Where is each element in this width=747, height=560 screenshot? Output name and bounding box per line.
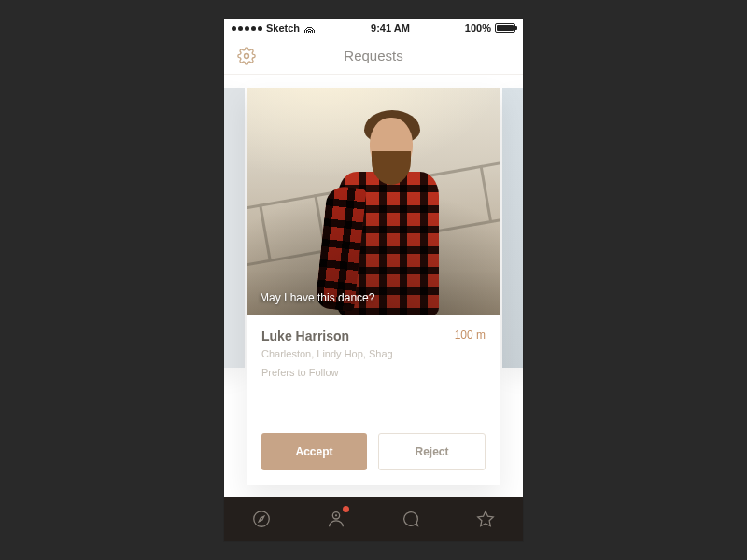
status-right: 100% [465,22,515,34]
app-header: Requests [224,37,523,75]
notification-badge [343,506,349,512]
wifi-icon [303,24,316,33]
nav-chat[interactable] [394,502,428,536]
svg-point-1 [254,511,270,527]
nav-favorites[interactable] [469,502,502,536]
svg-point-0 [245,53,249,58]
svg-point-4 [335,514,337,516]
status-left: Sketch [232,22,316,34]
distance-label: 100 m [455,329,486,342]
card-peek-right[interactable] [502,88,523,368]
accept-button[interactable]: Accept [261,433,367,470]
compass-icon [251,509,272,529]
battery-label: 100% [465,22,491,34]
card-body: Luke Harrison 100 m Charleston, Lindy Ho… [247,315,500,485]
clock-label: 9:41 AM [371,22,410,34]
carrier-label: Sketch [266,22,300,34]
gear-icon [237,47,256,65]
battery-icon [495,23,515,33]
status-bar: Sketch 9:41 AM 100% [224,19,523,37]
bottom-nav [224,497,523,541]
signal-dots-icon [232,26,262,31]
phone-frame: Sketch 9:41 AM 100% Requests [224,19,523,541]
card-peek-left[interactable] [224,88,245,368]
request-card[interactable]: May I have this dance? Luke Harrison 100… [247,88,500,485]
svg-marker-5 [478,511,494,526]
settings-button[interactable] [237,47,256,65]
role-preference: Prefers to Follow [261,366,486,381]
nav-requests[interactable] [319,502,353,536]
page-title: Requests [344,48,402,63]
star-icon [475,509,496,529]
person-illustration [317,105,443,315]
dance-styles: Charleston, Lindy Hop, Shag [261,347,486,362]
chat-icon [401,509,421,529]
reject-button[interactable]: Reject [378,433,486,470]
card-deck[interactable]: May I have this dance? Luke Harrison 100… [224,75,523,497]
photo-caption: May I have this dance? [260,291,374,304]
svg-marker-2 [259,516,264,522]
profile-name: Luke Harrison [261,329,349,343]
profile-photo[interactable]: May I have this dance? [247,88,500,315]
nav-discover[interactable] [245,502,278,536]
